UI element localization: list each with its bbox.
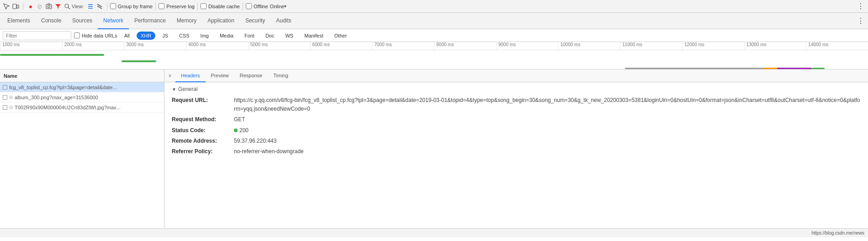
status-bar: https://blog.csdn.me/news — [0, 228, 868, 237]
request-name-2: album_300.png?max_age=31536000 — [15, 95, 98, 100]
tab-application[interactable]: Application — [202, 13, 240, 29]
separator-5 — [243, 3, 243, 10]
list-item[interactable]: ⊙ T002R90x90M000004U2Cn83dZlWt.jpg?max..… — [0, 102, 164, 112]
tab-headers[interactable]: Headers — [175, 70, 206, 82]
request-method-value: GET — [234, 115, 245, 124]
timeline-label: 11000 ms — [620, 42, 682, 50]
tab-network[interactable]: Network — [98, 13, 129, 29]
tabs-more-button[interactable]: ⋮ — [855, 16, 866, 27]
online-dropdown-icon[interactable]: ▾ — [284, 4, 286, 9]
separator-1 — [23, 3, 23, 10]
timeline-label: 2000 ms — [62, 42, 124, 50]
item-checkbox-2 — [3, 95, 7, 100]
remote-address-value: 59.37.96.220:443 — [234, 137, 276, 145]
more-options-button[interactable]: ⋮ — [855, 1, 866, 12]
status-code-value: 200 — [234, 126, 249, 135]
preserve-log-checkbox[interactable]: Preserve log — [159, 3, 195, 9]
filter-icon[interactable] — [53, 2, 63, 11]
item-checkbox-1 — [3, 85, 7, 90]
timeline-label: 12000 ms — [682, 42, 744, 50]
tab-console[interactable]: Console — [36, 13, 67, 29]
general-section-title: General — [172, 86, 861, 92]
timeline-label: 8000 ms — [434, 42, 496, 50]
list-item[interactable]: ⊙ album_300.png?max_age=31536000 — [0, 92, 164, 102]
timeline-seg-purple — [777, 68, 812, 70]
tab-performance[interactable]: Performance — [129, 13, 171, 29]
stop-icon[interactable]: ⊘ — [35, 2, 44, 11]
tab-response[interactable]: Response — [234, 70, 268, 82]
device-toolbar-icon[interactable] — [11, 2, 20, 11]
timeline-label: 1000 ms — [0, 42, 62, 50]
request-url-value: https://c.y.qq.com/v8/fcg-bin/fcg_v8_top… — [234, 96, 861, 113]
filter-xhr-button[interactable]: XHR — [137, 32, 155, 40]
waterfall-view-icon[interactable] — [95, 2, 104, 11]
loading-icon-2: ⊙ — [9, 105, 13, 110]
separator-3 — [155, 3, 156, 10]
filter-img-button[interactable]: Img — [196, 32, 213, 40]
search-icon[interactable] — [63, 2, 72, 11]
view-label: View: — [72, 4, 84, 9]
request-url-label: Request URL: — [172, 96, 231, 113]
tab-security[interactable]: Security — [240, 13, 270, 29]
svg-rect-0 — [13, 4, 16, 9]
name-column-header: Name — [0, 70, 164, 82]
filter-font-button[interactable]: Font — [240, 32, 259, 40]
main-area: Name fcg_v8_toplist_cp.fcg?tpl=3&page=de… — [0, 70, 868, 228]
status-code-row: Status Code: 200 — [172, 126, 861, 135]
devtools-icon-bar: ● ⊘ View: Group by frame Preserve log Di… — [0, 0, 868, 13]
remote-address-row: Remote Address: 59.37.96.220:443 — [172, 137, 861, 145]
select-element-icon[interactable] — [2, 2, 11, 11]
tab-preview[interactable]: Preview — [206, 70, 234, 82]
devtools-tabs: Elements Console Sources Network Perform… — [0, 13, 868, 29]
timeline-seg-2 — [122, 60, 156, 62]
referrer-policy-row: Referrer Policy: no-referrer-when-downgr… — [172, 147, 861, 156]
filter-ws-button[interactable]: WS — [281, 32, 297, 40]
timeline-label: 4000 ms — [186, 42, 248, 50]
record-icon[interactable]: ● — [26, 2, 35, 11]
request-name-1: fcg_v8_toplist_cp.fcg?tpl=3&page=detail&… — [9, 85, 116, 90]
timeline-content — [0, 50, 868, 69]
left-panel: Name fcg_v8_toplist_cp.fcg?tpl=3&page=de… — [0, 70, 164, 228]
request-url-row: Request URL: https://c.y.qq.com/v8/fcg-b… — [172, 96, 861, 113]
list-item[interactable]: fcg_v8_toplist_cp.fcg?tpl=3&page=detail&… — [0, 82, 164, 92]
disable-cache-checkbox[interactable]: Disable cache — [201, 3, 240, 9]
tab-memory[interactable]: Memory — [171, 13, 202, 29]
filter-media-button[interactable]: Media — [216, 32, 238, 40]
filter-css-button[interactable]: CSS — [175, 32, 194, 40]
close-panel-button[interactable]: × — [166, 72, 174, 80]
filter-js-button[interactable]: JS — [158, 32, 172, 40]
camera-icon[interactable] — [44, 2, 53, 11]
right-panel: × Headers Preview Response Timing Genera… — [164, 70, 868, 228]
group-by-frame-checkbox[interactable]: Group by frame — [110, 3, 153, 9]
hide-data-urls-checkbox[interactable]: Hide data URLs — [74, 32, 117, 38]
filter-manifest-button[interactable]: Manifest — [300, 32, 328, 40]
offline-checkbox[interactable]: Offline — [246, 3, 268, 9]
timeline-label: 7000 ms — [372, 42, 434, 50]
request-list: fcg_v8_toplist_cp.fcg?tpl=3&page=detail&… — [0, 82, 164, 228]
tab-sources[interactable]: Sources — [67, 13, 98, 29]
timeline-seg-1 — [0, 54, 104, 56]
request-name-3: T002R90x90M000004U2Cn83dZlWt.jpg?max... — [15, 105, 121, 110]
timeline-label: 13000 ms — [744, 42, 806, 50]
timeline-label: 5000 ms — [248, 42, 310, 50]
timeline-bar: 1000 ms2000 ms3000 ms4000 ms5000 ms6000 … — [0, 42, 868, 70]
tab-audits[interactable]: Audits — [270, 13, 296, 29]
tab-elements[interactable]: Elements — [2, 13, 36, 29]
svg-point-3 — [48, 5, 50, 8]
timeline-label: 3000 ms — [124, 42, 186, 50]
item-checkbox-3 — [3, 105, 7, 110]
filter-all-button[interactable]: All — [120, 32, 134, 40]
remote-address-label: Remote Address: — [172, 137, 231, 145]
status-url: https://blog.csdn.me/news — [811, 230, 864, 236]
timeline-labels: 1000 ms2000 ms3000 ms4000 ms5000 ms6000 … — [0, 42, 868, 50]
filter-other-button[interactable]: Other — [330, 32, 351, 40]
svg-line-5 — [68, 7, 70, 9]
request-method-row: Request Method: GET — [172, 115, 861, 124]
filter-doc-button[interactable]: Doc — [261, 32, 279, 40]
timeline-label: 9000 ms — [496, 42, 558, 50]
status-indicator — [234, 129, 238, 132]
filter-input[interactable] — [3, 31, 71, 40]
tab-timing[interactable]: Timing — [268, 70, 294, 82]
list-view-icon[interactable] — [86, 2, 95, 11]
svg-point-4 — [65, 4, 69, 8]
